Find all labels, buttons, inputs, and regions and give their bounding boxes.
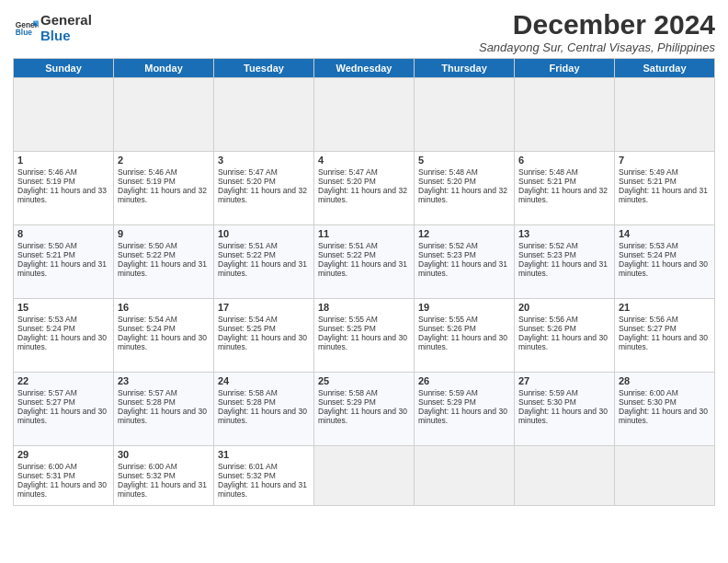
empty-cell [415,78,515,152]
col-saturday: Saturday [615,59,715,78]
day-6: 6 Sunrise: 5:48 AMSunset: 5:21 PMDayligh… [515,152,615,225]
day-29: 29 Sunrise: 6:00 AMSunset: 5:31 PMDaylig… [14,446,114,506]
day-25: 25 Sunrise: 5:58 AMSunset: 5:29 PMDaylig… [314,373,415,446]
empty-cell [314,446,415,506]
title-block: December 2024 Sandayong Sur, Central Vis… [479,9,715,54]
day-10: 10 Sunrise: 5:51 AMSunset: 5:22 PMDaylig… [214,225,314,299]
week-1 [14,78,715,152]
day-14: 14 Sunrise: 5:53 AMSunset: 5:24 PMDaylig… [615,225,715,299]
empty-cell [515,78,615,152]
logo-text: GeneralBlue [40,13,92,43]
day-31: 31 Sunrise: 6:01 AMSunset: 5:32 PMDaylig… [214,446,314,506]
day-13: 13 Sunrise: 5:52 AMSunset: 5:23 PMDaylig… [515,225,615,299]
day-18: 18 Sunrise: 5:55 AMSunset: 5:25 PMDaylig… [314,299,415,373]
calendar: Sunday Monday Tuesday Wednesday Thursday… [13,58,715,506]
empty-cell [14,78,114,152]
empty-cell [415,446,515,506]
col-friday: Friday [515,59,615,78]
page: General Blue GeneralBlue December 2024 S… [0,0,728,563]
day-3: 3 Sunrise: 5:47 AMSunset: 5:20 PMDayligh… [214,152,314,225]
week-3: 8 Sunrise: 5:50 AMSunset: 5:21 PMDayligh… [14,225,715,299]
day-16: 16 Sunrise: 5:54 AMSunset: 5:24 PMDaylig… [114,299,214,373]
day-17: 17 Sunrise: 5:54 AMSunset: 5:25 PMDaylig… [214,299,314,373]
week-2: 1 Sunrise: 5:46 AMSunset: 5:19 PMDayligh… [14,152,715,225]
day-20: 20 Sunrise: 5:56 AMSunset: 5:26 PMDaylig… [515,299,615,373]
header: General Blue GeneralBlue December 2024 S… [13,9,715,54]
col-wednesday: Wednesday [314,59,415,78]
day-15: 15 Sunrise: 5:53 AMSunset: 5:24 PMDaylig… [14,299,114,373]
location: Sandayong Sur, Central Visayas, Philippi… [479,40,715,54]
empty-cell [214,78,314,152]
month-title: December 2024 [479,9,715,40]
col-sunday: Sunday [14,59,114,78]
empty-cell [615,446,715,506]
week-4: 15 Sunrise: 5:53 AMSunset: 5:24 PMDaylig… [14,299,715,373]
day-11: 11 Sunrise: 5:51 AMSunset: 5:22 PMDaylig… [314,225,415,299]
col-thursday: Thursday [415,59,515,78]
day-9: 9 Sunrise: 5:50 AMSunset: 5:22 PMDayligh… [114,225,214,299]
day-24: 24 Sunrise: 5:58 AMSunset: 5:28 PMDaylig… [214,373,314,446]
empty-cell [314,78,415,152]
day-23: 23 Sunrise: 5:57 AMSunset: 5:28 PMDaylig… [114,373,214,446]
col-monday: Monday [114,59,214,78]
day-21: 21 Sunrise: 5:56 AMSunset: 5:27 PMDaylig… [615,299,715,373]
week-5: 22 Sunrise: 5:57 AMSunset: 5:27 PMDaylig… [14,373,715,446]
day-30: 30 Sunrise: 6:00 AMSunset: 5:32 PMDaylig… [114,446,214,506]
day-12: 12 Sunrise: 5:52 AMSunset: 5:23 PMDaylig… [415,225,515,299]
col-tuesday: Tuesday [214,59,314,78]
day-5: 5 Sunrise: 5:48 AMSunset: 5:20 PMDayligh… [415,152,515,225]
day-27: 27 Sunrise: 5:59 AMSunset: 5:30 PMDaylig… [515,373,615,446]
day-26: 26 Sunrise: 5:59 AMSunset: 5:29 PMDaylig… [415,373,515,446]
empty-cell [515,446,615,506]
logo-icon: General Blue [13,16,39,41]
logo: General Blue GeneralBlue [13,13,92,43]
week-6: 29 Sunrise: 6:00 AMSunset: 5:31 PMDaylig… [14,446,715,506]
empty-cell [114,78,214,152]
day-1: 1 Sunrise: 5:46 AMSunset: 5:19 PMDayligh… [14,152,114,225]
day-4: 4 Sunrise: 5:47 AMSunset: 5:20 PMDayligh… [314,152,415,225]
svg-text:Blue: Blue [16,28,32,37]
day-2: 2 Sunrise: 5:46 AMSunset: 5:19 PMDayligh… [114,152,214,225]
day-28: 28 Sunrise: 6:00 AMSunset: 5:30 PMDaylig… [615,373,715,446]
day-8: 8 Sunrise: 5:50 AMSunset: 5:21 PMDayligh… [14,225,114,299]
empty-cell [615,78,715,152]
day-19: 19 Sunrise: 5:55 AMSunset: 5:26 PMDaylig… [415,299,515,373]
day-22: 22 Sunrise: 5:57 AMSunset: 5:27 PMDaylig… [14,373,114,446]
day-7: 7 Sunrise: 5:49 AMSunset: 5:21 PMDayligh… [615,152,715,225]
